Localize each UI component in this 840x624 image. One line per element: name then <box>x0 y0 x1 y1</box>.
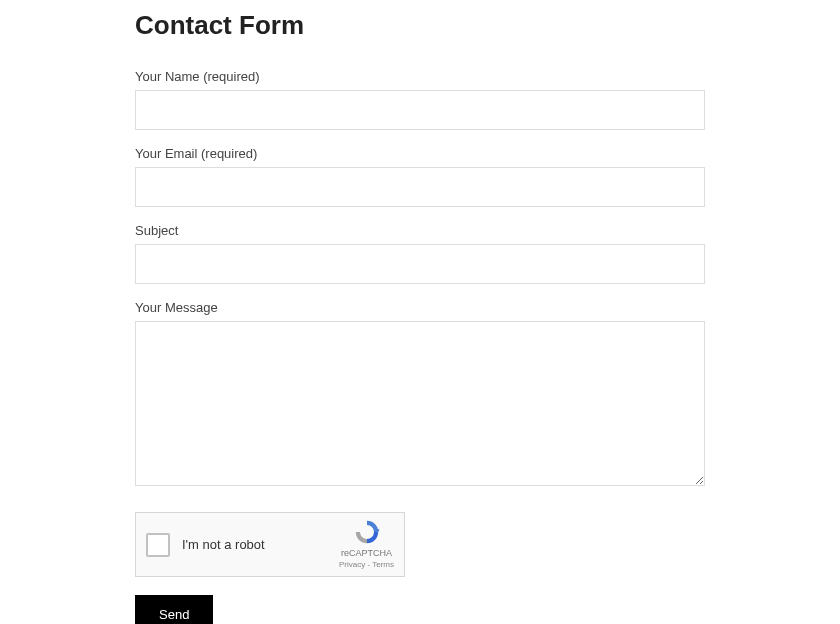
name-input[interactable] <box>135 90 705 130</box>
send-button[interactable]: Send <box>135 595 213 624</box>
subject-group: Subject <box>135 223 705 284</box>
message-group: Your Message <box>135 300 705 490</box>
subject-label: Subject <box>135 223 705 238</box>
recaptcha-checkbox[interactable] <box>146 533 170 557</box>
name-label: Your Name (required) <box>135 69 705 84</box>
message-label: Your Message <box>135 300 705 315</box>
recaptcha-brand-text: reCAPTCHA <box>341 548 392 560</box>
page-title: Contact Form <box>135 10 705 41</box>
recaptcha-branding: reCAPTCHA Privacy - Terms <box>339 518 394 570</box>
recaptcha-widget: I'm not a robot reCAPTCHA Privacy - Term… <box>135 512 405 577</box>
email-input[interactable] <box>135 167 705 207</box>
subject-input[interactable] <box>135 244 705 284</box>
contact-form: Your Name (required) Your Email (require… <box>135 69 705 624</box>
message-textarea[interactable] <box>135 321 705 486</box>
recaptcha-links[interactable]: Privacy - Terms <box>339 560 394 570</box>
recaptcha-label: I'm not a robot <box>182 537 339 552</box>
email-group: Your Email (required) <box>135 146 705 207</box>
email-label: Your Email (required) <box>135 146 705 161</box>
name-group: Your Name (required) <box>135 69 705 130</box>
recaptcha-icon <box>353 518 381 546</box>
